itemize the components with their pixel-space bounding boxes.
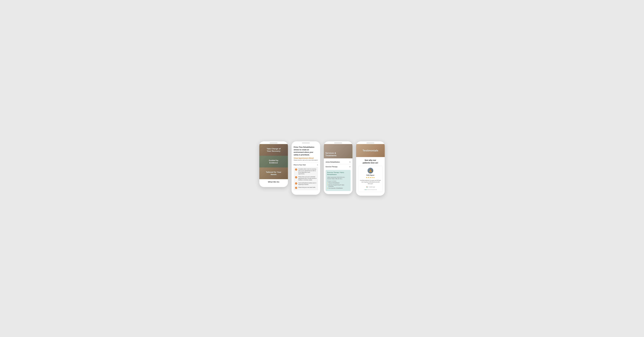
- google-g-icon: [366, 186, 368, 188]
- phone3-bullet-2: • Exercise Programming for Injury Preven…: [327, 184, 349, 187]
- svg-point-0: [295, 168, 297, 171]
- phone2-checklist-item-3: Hand washing/hand sanitizer prior to beg…: [295, 182, 317, 185]
- phone3-bullet-3: • Post-Operation Rehabilitation: [327, 187, 349, 189]
- phone4-avatar: 🧘: [368, 168, 373, 173]
- phone1-notch: [259, 141, 288, 144]
- dot-5[interactable]: [371, 189, 372, 190]
- phone3-active-rehab-label: Active Rehabilitation: [326, 161, 340, 163]
- check-icon-4: [295, 187, 297, 189]
- phone-4: Testimonials See why our patients love u…: [356, 141, 385, 196]
- phone2-checklist-item-1: Complete online Covid 19 screening prior…: [295, 168, 317, 175]
- phone4-bottom: [356, 194, 385, 196]
- phone2-accordion-header[interactable]: Prior to Your Visit ∧: [294, 163, 318, 167]
- phone1-seg2-text: Guided by Evidence: [269, 159, 278, 164]
- phone-3: Services & Treatments Active Rehabilitat…: [324, 141, 352, 194]
- check-icon-2: [295, 176, 297, 179]
- dot-7[interactable]: [373, 189, 374, 190]
- bullet-dot-3: •: [327, 187, 328, 189]
- bullet-dot-2: •: [327, 184, 328, 186]
- phone4-content: See why our patients love us! 🧘 Kelly Ka…: [356, 157, 385, 194]
- phone2-accordion-title: Prior to Your Visit: [294, 164, 306, 166]
- phone3-bullet-text-2: Exercise Programming for Injury Preventi…: [328, 184, 349, 187]
- phone4-review-text: Amazing treatment! You guys are the best…: [360, 180, 381, 185]
- phone4-screen: Testimonials See why our patients love u…: [356, 144, 385, 194]
- svg-point-1: [295, 176, 297, 178]
- phone3-bullet-text-3: Post-Operation Rehabilitation: [328, 187, 343, 189]
- phone3-program-label: Program includes:: [327, 180, 349, 182]
- check-icon-3: [295, 182, 297, 185]
- phone2-checklist-text-2: Please show up at your scheduled appoint…: [298, 176, 317, 181]
- phone2-screen: Prime Time Rehabilitation strives to cre…: [292, 144, 320, 193]
- phone2-email-text: Please email or call us for more informa…: [294, 159, 318, 161]
- phone1-seg1: Take Charge of Your Recovery: [259, 144, 288, 156]
- phone-2: Prime Time Rehabilitation strives to cre…: [292, 141, 320, 195]
- dot-4[interactable]: [369, 189, 370, 190]
- phone3-service-card: Exercise Therapy / Injury Rehabilitation…: [326, 170, 350, 191]
- phone4-stars: ★★★★★: [360, 176, 381, 179]
- svg-point-3: [295, 187, 297, 189]
- phone1-seg1-text: Take Charge of Your Recovery: [266, 148, 280, 152]
- phone4-notch-bar: [366, 143, 374, 143]
- svg-point-2: [295, 182, 297, 184]
- phone1-seg3-text: Tailored for Your Needs: [266, 171, 281, 176]
- dot-1[interactable]: [366, 189, 366, 190]
- phone1-notch-bar: [270, 143, 278, 143]
- phone3-content: Active Rehabilitation ∨ Exercise Therapy…: [324, 158, 352, 192]
- phone3-exercise-therapy-arrow: ∧: [349, 166, 350, 168]
- phone3-exercise-therapy-label: Exercise Therapy: [326, 166, 338, 167]
- phone2-checklist-item-2: Please show up at your scheduled appoint…: [295, 176, 317, 181]
- phone3-bullet-1: • Physical Rehabilitation: [327, 182, 349, 184]
- phone3-bottom: [324, 192, 352, 194]
- bullet-dot-1: •: [327, 182, 328, 184]
- dot-2[interactable]: [367, 189, 368, 190]
- phone3-card-title: Exercise Therapy / Injury Rehabilitation: [327, 171, 349, 176]
- phone3-notch: [324, 141, 352, 144]
- phone3-bullet-text-1: Physical Rehabilitation: [328, 182, 340, 184]
- phone3-session-rates: Session Rates: $85 (45 min.): [327, 178, 349, 179]
- phone2-accordion-icon: ∧: [317, 164, 318, 166]
- phone2-checklist-text-4: Please bring your own water bottle.: [298, 187, 316, 188]
- phone4-weeks-ago: 4 weeks ago: [369, 186, 375, 188]
- phone4-headline: See why our patients love us!: [358, 159, 383, 164]
- phone3-screen: Services & Treatments Active Rehabilitat…: [324, 144, 352, 192]
- phone1-screen: Take Charge of Your Recovery Guided by E…: [259, 144, 288, 185]
- dot-3[interactable]: [368, 189, 369, 190]
- phone4-hero: Testimonials: [356, 144, 385, 157]
- phone3-hero-title: Services & Treatments: [326, 152, 336, 157]
- phone3-active-rehab-row[interactable]: Active Rehabilitation ∨: [326, 160, 350, 164]
- phone2-checklist-text-3: Hand washing/hand sanitizer prior to beg…: [298, 182, 317, 185]
- dot-6[interactable]: [372, 189, 373, 190]
- phone2-notch: [292, 141, 320, 144]
- phones-container: Take Charge of Your Recovery Guided by E…: [259, 141, 385, 196]
- phone3-initial-assessment: Initial Assessment: $100 (60 min.): [327, 177, 349, 178]
- phone2-virtual-text: Virtual Appointsment offered!: [294, 157, 318, 159]
- phone3-active-rehab-arrow: ∨: [349, 161, 350, 163]
- phone4-pagination: [360, 189, 381, 190]
- phone1-bottom: [259, 185, 288, 187]
- phone1-image-block: Take Charge of Your Recovery Guided by E…: [259, 144, 288, 179]
- phone2-checklist-item-4: Please bring your own water bottle.: [295, 187, 317, 189]
- phone2-checklist: Complete online Covid 19 screening prior…: [294, 167, 318, 190]
- phone3-hero: Services & Treatments: [324, 144, 352, 158]
- phone3-notch-bar: [334, 143, 342, 143]
- phone-1: Take Charge of Your Recovery Guided by E…: [259, 141, 288, 187]
- check-icon-1: [295, 168, 297, 171]
- dot-8[interactable]: [374, 189, 375, 190]
- dot-9[interactable]: [376, 189, 377, 190]
- phone2-bottom: [292, 193, 320, 195]
- phone2-main-text: Prime Time Rehabilitation strives to cre…: [294, 146, 318, 156]
- phone3-exercise-therapy-row[interactable]: Exercise Therapy ∧: [326, 164, 350, 169]
- phone1-seg2: Guided by Evidence: [259, 156, 288, 167]
- phone4-hero-title: Testimonials: [362, 149, 378, 152]
- phone4-google-row: 4 weeks ago: [360, 186, 381, 188]
- avatar-silhouette-icon: 🧘: [369, 169, 372, 172]
- phone2-notch-bar: [302, 143, 310, 143]
- dot-0[interactable]: [364, 189, 365, 190]
- phone1-footer: What We Do: [259, 179, 288, 185]
- phone2-checklist-text-1: Complete online Covid 19 screening prior…: [298, 168, 317, 175]
- phone1-seg3: Tailored for Your Needs: [259, 167, 288, 179]
- phone4-reviewer-name: Kelly Kapoor: [360, 174, 381, 176]
- phone4-testimonial-card: 🧘 Kelly Kapoor ★★★★★ Amazing treatment! …: [358, 166, 383, 192]
- phone4-notch: [356, 141, 385, 144]
